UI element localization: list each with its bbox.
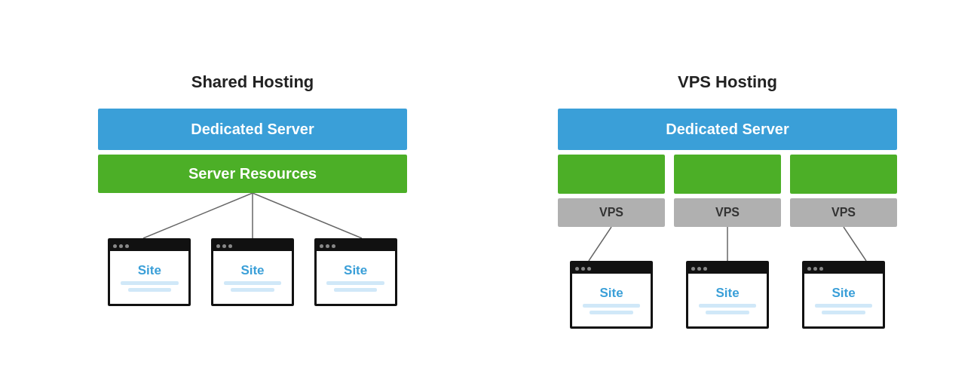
- vps-dot-1: [575, 267, 579, 271]
- vps-dot-8: [813, 267, 817, 271]
- dot-1: [113, 244, 117, 248]
- vps-site-line-sm-2: [706, 311, 749, 314]
- shared-server-resources-block: Server Resources: [98, 155, 407, 193]
- vps-resource-block-1: [558, 155, 665, 194]
- vps-dot-4: [691, 267, 695, 271]
- vps-site-label-1: Site: [599, 286, 623, 301]
- vps-site-box-3: Site: [802, 261, 885, 329]
- shared-hosting-title: Shared Hosting: [191, 72, 314, 92]
- vps-dedicated-server-block: Dedicated Server: [558, 109, 897, 150]
- site-titlebar-3: [317, 240, 395, 251]
- shared-lines-svg: [98, 193, 407, 238]
- vps-site-content-2: Site: [688, 274, 767, 326]
- vps-site-content-3: Site: [804, 274, 883, 326]
- dot-5: [222, 244, 226, 248]
- vps-dot-9: [819, 267, 823, 271]
- vps-site-titlebar-2: [688, 263, 767, 274]
- site-line-sm-3: [334, 288, 378, 292]
- site-line-2: [224, 281, 282, 285]
- site-titlebar-2: [213, 240, 292, 251]
- vps-dot-6: [703, 267, 707, 271]
- vps-resource-block-3: [790, 155, 897, 194]
- vps-dot-2: [581, 267, 585, 271]
- site-content-3: Site: [317, 251, 395, 304]
- diagrams-container: Shared Hosting Dedicated Server Server R…: [15, 57, 965, 329]
- site-line-3: [326, 281, 384, 285]
- vps-dot-5: [697, 267, 701, 271]
- shared-dedicated-server-block: Dedicated Server: [98, 109, 407, 150]
- dot-3: [125, 244, 129, 248]
- vps-site-line-3: [815, 304, 873, 308]
- dot-9: [332, 244, 335, 248]
- dot-4: [216, 244, 220, 248]
- site-label-2: Site: [240, 263, 264, 278]
- svg-line-2: [253, 193, 362, 238]
- vps-resource-block-2: [674, 155, 781, 194]
- vps-site-box-1: Site: [570, 261, 653, 329]
- vps-line-svg-2: [674, 227, 781, 261]
- site-line-sm-2: [231, 288, 274, 292]
- vps-site-line-2: [699, 304, 757, 308]
- dot-2: [119, 244, 123, 248]
- dot-7: [320, 244, 323, 248]
- shared-site-box-3: Site: [314, 238, 397, 306]
- svg-line-5: [844, 227, 866, 261]
- svg-line-3: [589, 227, 611, 261]
- shared-lower-section: Site Site: [98, 193, 407, 306]
- vps-line-svg-1: [558, 227, 665, 261]
- dot-6: [228, 244, 232, 248]
- vps-dot-3: [587, 267, 591, 271]
- vps-col-2: VPS Site: [674, 155, 781, 329]
- vps-site-label-2: Site: [715, 286, 739, 301]
- vps-site-titlebar-1: [572, 263, 651, 274]
- site-content-2: Site: [213, 251, 292, 304]
- site-content-1: Site: [110, 251, 188, 304]
- vps-site-content-1: Site: [572, 274, 651, 326]
- dot-8: [326, 244, 329, 248]
- site-titlebar-1: [110, 240, 188, 251]
- vps-columns: VPS Site: [558, 155, 897, 329]
- vps-site-line-sm-1: [590, 311, 633, 314]
- shared-site-box-2: Site: [211, 238, 294, 306]
- vps-dot-7: [807, 267, 811, 271]
- vps-site-line-1: [583, 304, 641, 308]
- vps-site-titlebar-3: [804, 263, 883, 274]
- vps-site-line-sm-3: [822, 311, 865, 314]
- shared-sites-row: Site Site: [98, 238, 407, 306]
- site-line-1: [121, 281, 179, 285]
- site-label-3: Site: [344, 263, 367, 278]
- svg-line-0: [143, 193, 253, 238]
- vps-line-svg-3: [790, 227, 897, 261]
- vps-col-3: VPS Site: [790, 155, 897, 329]
- vps-site-label-3: Site: [831, 286, 855, 301]
- vps-hosting-title: VPS Hosting: [678, 72, 777, 92]
- vps-label-2: VPS: [674, 198, 781, 227]
- shared-site-box-1: Site: [108, 238, 191, 306]
- vps-site-box-2: Site: [686, 261, 769, 329]
- vps-hosting-diagram: VPS Hosting Dedicated Server VPS Site: [516, 72, 939, 329]
- shared-hosting-diagram: Shared Hosting Dedicated Server Server R…: [41, 72, 464, 306]
- vps-label-3: VPS: [790, 198, 897, 227]
- site-label-1: Site: [138, 263, 161, 278]
- site-line-sm-1: [128, 288, 172, 292]
- vps-label-1: VPS: [558, 198, 665, 227]
- vps-col-1: VPS Site: [558, 155, 665, 329]
